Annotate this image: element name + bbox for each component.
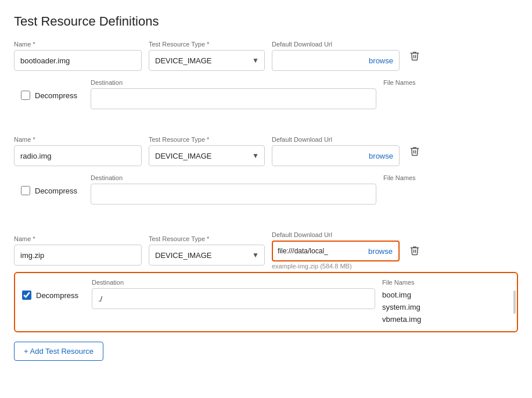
url-group-2: Default Download Url browse bbox=[272, 136, 400, 166]
add-resource-button[interactable]: + Add Test Resource bbox=[14, 342, 103, 361]
decompress-label-2[interactable]: Decompress bbox=[35, 187, 77, 195]
decompress-checkbox-2[interactable] bbox=[21, 186, 30, 195]
type-select-wrapper-3: DEVICE_IMAGETEST_BINARYOTHER ▼ bbox=[149, 245, 265, 266]
delete-button-2[interactable] bbox=[407, 144, 423, 159]
filenames-content-3: boot.img system.img vbmeta.img bbox=[382, 288, 510, 325]
resources-container: Name * Test Resource Type * DEVICE_IMAGE… bbox=[14, 41, 518, 332]
filenames-label-3: File Names bbox=[382, 279, 510, 286]
url-label-3: Default Download Url bbox=[272, 231, 400, 238]
name-input-1[interactable] bbox=[14, 50, 142, 71]
delete-button-3[interactable] bbox=[407, 243, 423, 258]
decompress-label-1[interactable]: Decompress bbox=[35, 91, 77, 100]
type-label-2: Test Resource Type * bbox=[149, 136, 265, 143]
filenames-label-2: File Names bbox=[383, 174, 511, 181]
decompress-group-1: Decompress bbox=[21, 79, 91, 100]
type-group-1: Test Resource Type * DEVICE_IMAGETEST_BI… bbox=[149, 41, 265, 71]
filenames-scrollbar-3 bbox=[513, 291, 516, 314]
type-select-wrapper-1: DEVICE_IMAGETEST_BINARYOTHER ▼ bbox=[149, 50, 265, 71]
url-label-1: Default Download Url bbox=[272, 41, 400, 48]
destination-group-1: Destination bbox=[91, 79, 376, 109]
name-group-2: Name * bbox=[14, 136, 142, 166]
type-label-1: Test Resource Type * bbox=[149, 41, 265, 48]
type-group-2: Test Resource Type * DEVICE_IMAGETEST_BI… bbox=[149, 136, 265, 166]
resource-section-2: Name * Test Resource Type * DEVICE_IMAGE… bbox=[14, 136, 518, 231]
browse-button-3[interactable]: browse bbox=[362, 247, 398, 256]
decompress-group-3: Decompress bbox=[22, 279, 92, 300]
decompress-row-2: Decompress Destination File Names bbox=[14, 168, 518, 224]
name-label-3: Name * bbox=[14, 235, 142, 242]
destination-label-2: Destination bbox=[91, 174, 376, 181]
destination-input-3[interactable] bbox=[92, 288, 375, 309]
url-label-2: Default Download Url bbox=[272, 136, 400, 143]
url-plus-sub-2: Default Download Url browse bbox=[272, 136, 400, 166]
resource-top-row-1: Name * Test Resource Type * DEVICE_IMAGE… bbox=[14, 41, 518, 71]
destination-group-3: Destination bbox=[92, 279, 375, 309]
browse-button-2[interactable]: browse bbox=[363, 152, 399, 160]
type-select-3[interactable]: DEVICE_IMAGETEST_BINARYOTHER bbox=[149, 245, 265, 266]
decompress-row-3: Decompress Destination File Namesboot.im… bbox=[14, 272, 518, 332]
url-group-3: Default Download Url browse bbox=[272, 231, 400, 261]
name-label-2: Name * bbox=[14, 136, 142, 143]
type-group-3: Test Resource Type * DEVICE_IMAGETEST_BI… bbox=[149, 235, 265, 266]
decompress-checkbox-1[interactable] bbox=[21, 91, 30, 100]
page-title: Test Resource Definitions bbox=[14, 14, 518, 29]
decompress-checkbox-3[interactable] bbox=[22, 291, 31, 300]
type-select-wrapper-2: DEVICE_IMAGETEST_BINARYOTHER ▼ bbox=[149, 145, 265, 166]
resource-section-1: Name * Test Resource Type * DEVICE_IMAGE… bbox=[14, 41, 518, 136]
filenames-content-1 bbox=[383, 88, 511, 123]
url-plus-sub-3: Default Download Url browse example-img.… bbox=[272, 231, 400, 270]
resource-section-3: Name * Test Resource Type * DEVICE_IMAGE… bbox=[14, 231, 518, 332]
decompress-row-1: Decompress Destination File Names bbox=[14, 73, 518, 129]
name-label-1: Name * bbox=[14, 41, 142, 48]
name-input-2[interactable] bbox=[14, 145, 142, 166]
decompress-label-3[interactable]: Decompress bbox=[36, 291, 78, 300]
type-select-1[interactable]: DEVICE_IMAGETEST_BINARYOTHER bbox=[149, 50, 265, 71]
type-select-2[interactable]: DEVICE_IMAGETEST_BINARYOTHER bbox=[149, 145, 265, 166]
destination-input-1[interactable] bbox=[91, 88, 376, 109]
url-input-2[interactable] bbox=[272, 147, 363, 164]
name-input-3[interactable] bbox=[14, 245, 142, 266]
filenames-group-1: File Names bbox=[383, 79, 511, 123]
browse-button-1[interactable]: browse bbox=[363, 56, 399, 65]
url-plus-sub-1: Default Download Url browse bbox=[272, 41, 400, 71]
url-subtext-3: example-img.zip (584.8 MB) bbox=[272, 263, 400, 270]
resource-top-row-3: Name * Test Resource Type * DEVICE_IMAGE… bbox=[14, 231, 518, 270]
name-group-3: Name * bbox=[14, 235, 142, 266]
destination-input-2[interactable] bbox=[91, 184, 376, 205]
url-input-1[interactable] bbox=[272, 52, 363, 69]
delete-button-1[interactable] bbox=[407, 48, 423, 63]
url-group-1: Default Download Url browse bbox=[272, 41, 400, 71]
filenames-content-2 bbox=[383, 184, 511, 218]
url-wrapper-2: browse bbox=[272, 145, 400, 166]
destination-group-2: Destination bbox=[91, 174, 376, 205]
name-group-1: Name * bbox=[14, 41, 142, 71]
resource-top-row-2: Name * Test Resource Type * DEVICE_IMAGE… bbox=[14, 136, 518, 166]
type-label-3: Test Resource Type * bbox=[149, 235, 265, 242]
decompress-group-2: Decompress bbox=[21, 174, 91, 195]
url-input-3[interactable] bbox=[273, 242, 362, 260]
filenames-label-1: File Names bbox=[383, 79, 511, 86]
url-wrapper-3: browse bbox=[272, 241, 400, 261]
destination-label-3: Destination bbox=[92, 279, 375, 286]
url-wrapper-1: browse bbox=[272, 50, 400, 71]
destination-label-1: Destination bbox=[91, 79, 376, 86]
filenames-group-2: File Names bbox=[383, 174, 511, 218]
filenames-group-3: File Namesboot.img system.img vbmeta.img bbox=[382, 279, 510, 325]
